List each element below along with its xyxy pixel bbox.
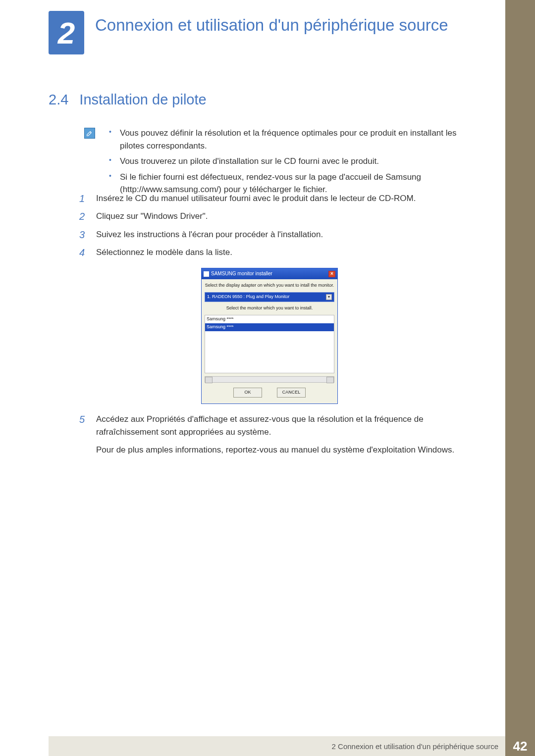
section-title: Installation de pilote <box>79 92 206 107</box>
step-text: Accédez aux Propriétés d'affichage et as… <box>96 414 424 437</box>
dialog-button-row: OK CANCEL <box>202 383 337 403</box>
list-item[interactable]: Samsung **** <box>205 315 334 323</box>
note-item: Vous trouverez un pilote d'installation … <box>109 155 481 168</box>
dialog-instruction: Select the display adapter on which you … <box>202 279 337 292</box>
dialog-instruction: Select the monitor which you want to ins… <box>202 302 337 315</box>
step-item: 3 Suivez les instructions à l'écran pour… <box>79 228 481 241</box>
step-item: 2 Cliquez sur "Windows Driver". <box>79 210 481 223</box>
page-number: 42 <box>505 736 535 756</box>
pencil-note-icon <box>84 128 95 139</box>
step-item: 1 Insérez le CD du manuel utilisateur fo… <box>79 192 481 205</box>
step-item: Pour de plus amples informations, report… <box>79 444 481 456</box>
cancel-button[interactable]: CANCEL <box>277 388 306 398</box>
monitor-listbox[interactable]: Samsung **** Samsung **** <box>205 315 334 373</box>
step-text: Pour de plus amples informations, report… <box>96 445 454 454</box>
footer-text: 2 Connexion et utilisation d'un périphér… <box>332 742 498 751</box>
page-footer: 2 Connexion et utilisation d'un périphér… <box>0 736 535 756</box>
step-item: 4 Sélectionnez le modèle dans la liste. … <box>79 246 481 404</box>
step-item: 5 Accédez aux Propriétés d'affichage et … <box>79 413 481 439</box>
step-number: 2 <box>79 209 85 224</box>
close-icon[interactable]: × <box>328 271 335 277</box>
adapter-dropdown[interactable]: 1. RADEON 9550 : Plug and Play Monitor ▾ <box>205 292 334 302</box>
step-number: 1 <box>79 191 85 206</box>
step-number: 4 <box>79 245 85 260</box>
note-item: Vous pouvez définir la résolution et la … <box>109 127 481 152</box>
step-text: Cliquez sur "Windows Driver". <box>96 211 208 221</box>
chapter-number-badge: 2 <box>49 11 84 54</box>
chevron-down-icon[interactable]: ▾ <box>326 294 332 300</box>
step-text: Insérez le CD du manuel utilisateur four… <box>96 194 416 203</box>
section-heading: 2.4Installation de pilote <box>49 92 207 108</box>
step-text: Sélectionnez le modèle dans la liste. <box>96 248 232 257</box>
list-item[interactable]: Samsung **** <box>205 323 334 331</box>
step-list: 1 Insérez le CD du manuel utilisateur fo… <box>79 192 481 462</box>
chapter-title: Connexion et utilisation d'un périphériq… <box>95 15 448 35</box>
dialog-titlebar: SAMSUNG monitor installer × <box>202 268 337 279</box>
footer-bar: 2 Connexion et utilisation d'un périphér… <box>49 736 505 756</box>
note-block: Vous pouvez définir la résolution et la … <box>84 127 481 199</box>
section-number: 2.4 <box>49 92 68 107</box>
note-list: Vous pouvez définir la résolution et la … <box>109 127 481 196</box>
dropdown-value: 1. RADEON 9550 : Plug and Play Monitor <box>207 294 290 301</box>
step-number: 3 <box>79 227 85 243</box>
step-number: 5 <box>79 412 85 427</box>
ok-button[interactable]: OK <box>233 388 262 398</box>
horizontal-scrollbar[interactable] <box>205 376 334 383</box>
dialog-title: SAMSUNG monitor installer <box>211 270 272 278</box>
installer-dialog: SAMSUNG monitor installer × Select the d… <box>201 268 338 403</box>
step-text: Suivez les instructions à l'écran pour p… <box>96 230 323 239</box>
side-stripe <box>505 0 535 756</box>
app-icon <box>204 271 209 277</box>
